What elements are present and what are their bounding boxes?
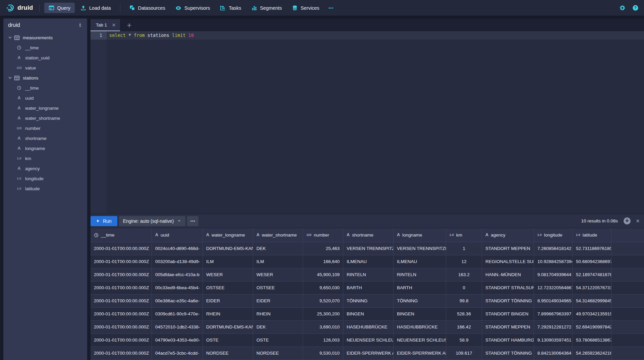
cell[interactable]: STANDORT BINGEN [482,308,534,320]
cell[interactable]: 49.970342135919 [573,308,611,320]
cell[interactable]: HASEHUBBRÜCKE [394,321,446,333]
cell[interactable]: STANDORT TÖNNING [482,295,534,307]
schema-table-measurements[interactable]: measurements [3,33,87,43]
cell[interactable]: 54.314682999845 [573,295,611,307]
cell[interactable]: STANDORT HAMBURG [482,334,534,347]
cell[interactable]: DORTMUND-EMS-KANAL [203,321,253,333]
cell[interactable]: 528.36 [446,308,482,320]
cell[interactable]: STANDORT MEPPEN [482,321,534,333]
cell[interactable]: OSTE [253,334,303,347]
cell[interactable]: RHEIN [253,308,303,320]
cell[interactable]: 04acd7e5-3cbc-4cdd- [152,347,203,360]
settings-button[interactable] [619,5,626,11]
cell[interactable]: NORDSEE [203,347,253,360]
nav-item-tasks[interactable]: Tasks [216,3,245,13]
cell[interactable]: 166,640 [303,255,343,268]
cell[interactable]: BARTH [343,281,394,294]
cell[interactable]: 0024cc40-d690-468d- [152,242,203,255]
cell[interactable]: 7.260856418142 [534,242,573,255]
cell[interactable]: ILMENAU [343,255,394,268]
code-area[interactable]: select * from stations limit 10 [107,31,644,214]
cell[interactable]: ILM [203,255,253,268]
cell[interactable]: ILMENAU [394,255,446,268]
cell[interactable]: 52.189747481678 [573,268,611,281]
cell[interactable]: 0 [446,281,482,294]
sql-editor[interactable]: 1 select * from stations limit 10 [91,31,644,214]
column-header-agency[interactable]: Aagency [482,228,534,242]
column-header-uuid[interactable]: Auuid [152,228,203,242]
cell[interactable]: STANDORT MEPPEN [482,242,534,255]
cell[interactable]: 04572010-1db2-4338- [152,321,203,333]
cell[interactable]: 52.694190997842 [573,321,611,333]
cell[interactable]: HASEHUBBRÜCKE [343,321,394,333]
cell[interactable]: 9,530,010 [303,347,343,360]
column-header-longname[interactable]: Alongname [394,228,446,242]
cell[interactable]: 53.780686513867 [573,334,611,347]
nav-item-query[interactable]: Query [44,3,75,13]
cell[interactable]: WESER [253,268,303,281]
schema-column-agency[interactable]: Aagency [3,163,87,173]
cell[interactable]: 25,463 [303,242,343,255]
more-menu-button[interactable] [325,3,337,13]
column-header-km[interactable]: 1.0km [446,228,482,242]
schema-column-water_shortname[interactable]: Awater_shortname [3,113,87,123]
download-results-button[interactable] [623,217,631,225]
cell[interactable]: 126,003 [303,334,343,347]
tab-tab-1[interactable]: Tab 1 [91,19,120,31]
cell[interactable]: 166.42 [446,321,482,333]
nav-item-load-data[interactable]: Load data [76,3,115,13]
schema-column-station_uuid[interactable]: Astation_uuid [3,53,87,63]
cell[interactable]: 2000-01-01T00:00:00.000Z [91,295,152,307]
cell[interactable]: BINGEN [343,308,394,320]
cell[interactable]: 109.617 [446,347,482,360]
cell[interactable]: 00e386ac-e35c-4a6e- [152,295,203,307]
schema-sort-button[interactable] [77,22,83,28]
cell[interactable]: HANN.-MÜNDEN [482,268,534,281]
cell[interactable]: OSTE [203,334,253,347]
cell[interactable]: TÖNNING [394,295,446,307]
schema-column-longitude[interactable]: 1.0longitude [3,173,87,184]
cell[interactable]: 8.842130064364 [534,347,573,360]
nav-item-services[interactable]: Services [288,3,324,13]
cell[interactable]: RINTELN [343,268,394,281]
query-text[interactable]: select * from stations limit 10 [107,31,644,40]
nav-item-datasources[interactable]: Datasources [125,3,170,13]
cell[interactable]: 12.723220564867 [534,281,573,294]
cell[interactable]: 04790e03-4353-4e80- [152,334,203,347]
cell[interactable]: 2000-01-01T00:00:00.000Z [91,242,152,255]
cell[interactable]: 163.2 [446,268,482,281]
cell[interactable]: 8.950149034965 [534,295,573,307]
cell[interactable]: 00c33ed9-6bea-45b4- [152,281,203,294]
cell[interactable]: BINGEN [394,308,446,320]
cell[interactable]: 52.731186976180 [573,242,611,255]
schema-column-__time[interactable]: __time [3,43,87,53]
cell[interactable]: 58.9 [446,334,482,347]
schema-column-latitude[interactable]: 1.0latitude [3,184,87,194]
cell[interactable]: 0309cd61-90c9-470e- [152,308,203,320]
schema-column-number[interactable]: 123number [3,123,87,133]
cell[interactable]: ILM [253,255,303,268]
query-options-button[interactable] [187,216,198,226]
cell[interactable]: 9.130903597451 [534,334,573,347]
cell[interactable]: 12 [446,255,482,268]
cell[interactable]: 99.8 [446,295,482,307]
cell[interactable]: 10.928842587394 [534,255,573,268]
cell[interactable]: 3,690,010 [303,321,343,333]
cell[interactable]: 2000-01-01T00:00:00.000Z [91,281,152,294]
column-header-shortname[interactable]: Ashortname [343,228,394,242]
cell[interactable]: NEUENSEER SCHLEUSE [394,334,446,347]
help-button[interactable]: ? [632,5,639,11]
nav-item-supervisors[interactable]: Supervisors [171,3,215,13]
cell[interactable]: 54.265923624216 [573,347,611,360]
cell[interactable]: EIDER [203,295,253,307]
cell[interactable]: DEK [253,242,303,255]
close-tab-icon[interactable] [112,23,116,27]
cell[interactable]: 2000-01-01T00:00:00.000Z [91,321,152,333]
cell[interactable]: EIDER-SPERRWERK AP [394,347,446,360]
cell[interactable]: EIDER-SPERRWERK AP [343,347,394,360]
schema-table-stations[interactable]: stations [3,73,87,83]
schema-column-uuid[interactable]: Auuid [3,93,87,103]
column-header-water_shortname[interactable]: Awater_shortname [253,228,303,242]
nav-item-segments[interactable]: Segments [247,3,286,13]
schema-column-value[interactable]: 123value [3,63,87,73]
